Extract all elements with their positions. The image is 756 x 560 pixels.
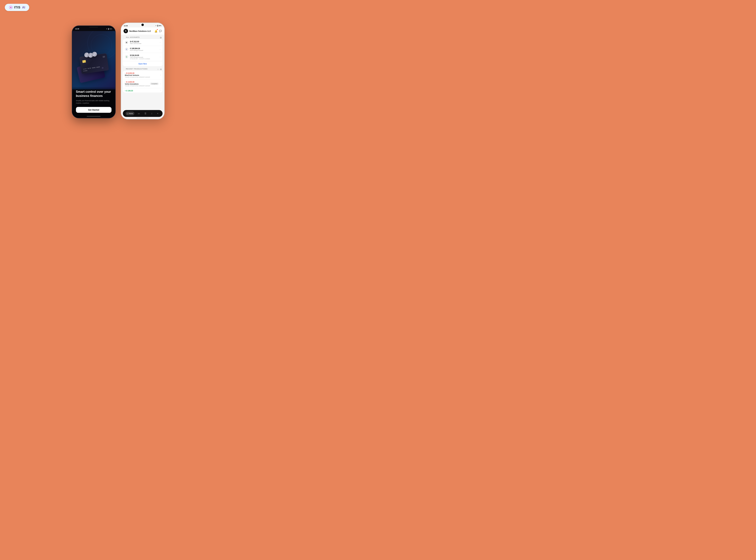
phone-dark: 12:30 ▾ ▐ 50% )))) CARD 1234 5678 9000 0… (72, 26, 116, 118)
account-chevron-1: › (160, 41, 160, 43)
txn-amount-3: + $ 199,00 (125, 90, 160, 92)
transaction-item-2[interactable]: – $ 3,500.00 Vertex Innovations Transfer… (123, 79, 162, 88)
nav-documents[interactable]: ☰ (143, 112, 148, 115)
light-battery-text: 50% (159, 25, 161, 26)
txn-name-1: BlueCrest Ventures (125, 74, 160, 76)
light-status-time: 12:30 (124, 25, 128, 26)
phones-container: 12:30 ▾ ▐ 50% )))) CARD 1234 5678 9000 0… (72, 24, 165, 119)
light-home-indicator (137, 118, 148, 118)
dark-home-indicator (87, 116, 100, 117)
transactions-section-header: RECENT TRANSACTIONS ↑ ⚙ (121, 66, 164, 71)
app-content: N NexWave Solutions LLC 🔔 💬 ALL ACCOUNTS… (121, 27, 164, 119)
wifi-icon: ▾ (106, 28, 107, 29)
card-nfc-icon: )))) (103, 56, 105, 58)
txn-chevron-3: › (160, 89, 161, 91)
transaction-item-3[interactable]: + $ 199,00 › (123, 88, 162, 93)
itis-logo-icon (9, 5, 13, 9)
account-amount-1: $ 47,312.03 (130, 41, 160, 42)
message-icon[interactable]: 💬 (159, 30, 162, 32)
tagline-main: Smart control over your business finance… (76, 90, 112, 98)
light-camera-notch (141, 23, 144, 26)
tagline-sub: Simplify your financial tasks with relia… (76, 100, 112, 104)
light-signal-icon: ▐ (157, 25, 158, 26)
bottom-navigation: ⌂ Home ▭ ☰ ↕ + (123, 110, 162, 117)
accounts-list: ▣ $ 47,312.03 Main card account › € € 10… (123, 39, 162, 66)
account-details-3: $ 516,34.00 USD savings account $ 750,00… (130, 54, 160, 59)
open-new-button[interactable]: Open New (123, 61, 162, 66)
dark-status-icons: ▾ ▐ 50% (106, 28, 112, 29)
txn-chevron-2: › (160, 83, 161, 85)
accounts-settings-icon[interactable]: ⚙ (160, 36, 162, 39)
card-number: 1234 5678 9000 0000 (83, 66, 100, 70)
dark-status-bar: 12:30 ▾ ▐ 50% (72, 26, 115, 31)
nav-home[interactable]: ⌂ Home (125, 112, 134, 115)
account-usd-icon: $ (125, 55, 128, 59)
account-amount-3: $ 516,34.00 (130, 54, 160, 56)
phone-light: 12:30 ▾ ▐ 50% N NexWave Solutions LLC 🔔 (121, 22, 165, 119)
dark-bottom-content: Smart control over your business finance… (72, 87, 115, 118)
account-eur-icon: € (125, 47, 128, 51)
transactions-list: – $ 8,200.00 BlueCrest Ventures Transfer… (123, 71, 162, 93)
accounts-section-header: ALL ACCOUNTS ⚙ (121, 35, 164, 39)
card-area: )))) CARD 1234 5678 9000 0000 ))) (72, 31, 115, 89)
signal-icon: ▐ (108, 28, 109, 29)
account-name-3: USD savings account (130, 56, 160, 58)
documents-nav-icon: ☰ (144, 112, 146, 115)
all-accounts-label: ALL ACCOUNTS (123, 35, 142, 39)
account-details-2: € 109,584.26 EUR savings account (130, 47, 160, 51)
company-info: N NexWave Solutions LLC (123, 29, 151, 33)
account-chevron-2: › (160, 48, 160, 50)
notification-dot (157, 29, 158, 30)
light-status-icons: ▾ ▐ 50% (156, 25, 161, 26)
txn-desc-1: Transfer of funds to the contractor's ac… (125, 76, 160, 78)
account-details-1: $ 47,312.03 Main card account (130, 41, 160, 44)
card-label: CARD (83, 70, 87, 72)
transaction-item-1[interactable]: – $ 8,200.00 BlueCrest Ventures Transfer… (123, 71, 162, 79)
account-item-main-card[interactable]: ▣ $ 47,312.03 Main card account › (123, 39, 162, 46)
header-actions: 🔔 💬 (155, 29, 162, 33)
company-name: NexWave Solutions LLC (130, 30, 151, 32)
itis-text: ITIS AI (14, 6, 25, 9)
light-wifi-icon: ▾ (156, 25, 156, 26)
cards-nav-icon: ▭ (138, 112, 140, 115)
transfers-nav-icon: ↕ (151, 112, 152, 115)
transactions-settings-icon[interactable]: ⚙ (160, 68, 162, 71)
transaction-header-actions: ↑ ⚙ (158, 68, 162, 71)
itis-badge: ITIS AI (5, 4, 29, 11)
battery-icon: 50% (109, 28, 112, 29)
home-nav-icon: ⌂ (127, 112, 128, 115)
home-nav-label: Home (129, 113, 133, 114)
account-chevron-3: › (160, 56, 160, 58)
txn-chevron-1: › (160, 74, 161, 76)
nav-cards[interactable]: ▭ (136, 112, 141, 115)
get-started-button[interactable]: Get Started (76, 107, 112, 113)
completed-badge: Completed (150, 82, 159, 85)
add-nav-icon: + (157, 112, 158, 115)
notification-button[interactable]: 🔔 (155, 29, 157, 33)
account-note-3: $ 750,000.000 – overdraft is available (130, 58, 160, 59)
bell-icon: 🔔 (155, 29, 157, 32)
recent-transactions-label: RECENT TRANSACTIONS (123, 66, 150, 71)
account-item-eur[interactable]: € € 109,584.26 EUR savings account › (123, 46, 162, 53)
nfc-signal: ))) (102, 67, 103, 69)
nav-add[interactable]: + (156, 112, 160, 115)
company-avatar: N (123, 29, 128, 33)
nav-transfers[interactable]: ↕ (150, 112, 154, 115)
account-item-usd[interactable]: $ $ 516,34.00 USD savings account $ 750,… (123, 53, 162, 61)
app-header: N NexWave Solutions LLC 🔔 💬 (121, 27, 164, 35)
account-card-icon: ▣ (125, 41, 128, 44)
svg-point-1 (10, 7, 11, 8)
account-name-2: EUR savings account (130, 49, 160, 51)
txn-amount-1: – $ 8,200.00 (125, 72, 160, 74)
txn-desc-2: Transfer of funds to the contractor's ac… (125, 85, 160, 86)
account-amount-2: € 109,584.26 (130, 47, 160, 49)
share-icon[interactable]: ↑ (158, 68, 159, 71)
account-name-1: Main card account (130, 43, 160, 44)
dark-status-time: 12:30 (75, 28, 79, 30)
card-chip (82, 60, 86, 63)
